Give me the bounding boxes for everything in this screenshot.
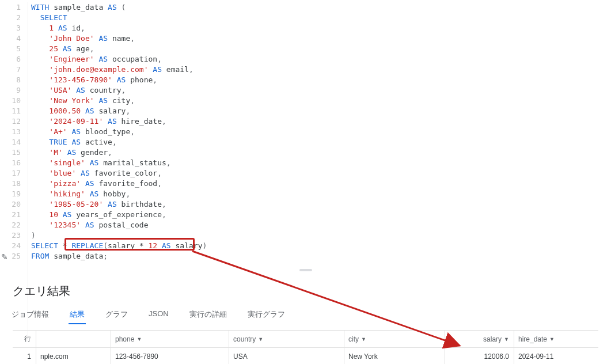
code-editor[interactable]: 1234567891011121314151617181920212223242… bbox=[0, 0, 611, 264]
edit-icon[interactable]: ✎ bbox=[1, 252, 8, 261]
column-header-country[interactable]: country▼ bbox=[229, 331, 344, 348]
column-header-blank[interactable] bbox=[36, 331, 111, 348]
tab-3[interactable]: JSON bbox=[147, 307, 170, 324]
cell-row-index: 1 bbox=[13, 348, 36, 365]
table-row[interactable]: 1 nple.com 123-456-7890 USA New York 120… bbox=[13, 348, 598, 365]
column-header-salary[interactable]: salary▼ bbox=[445, 331, 514, 348]
results-table: 行 phone▼ country▼ city▼ salary▼ hire_dat… bbox=[13, 330, 598, 364]
column-header-city[interactable]: city▼ bbox=[344, 331, 445, 348]
column-header-phone[interactable]: phone▼ bbox=[111, 331, 229, 348]
sort-icon[interactable]: ▼ bbox=[136, 336, 142, 342]
cell-overflow: nple.com bbox=[36, 348, 111, 365]
results-title: クエリ結果 bbox=[13, 283, 598, 299]
sort-icon[interactable]: ▼ bbox=[504, 336, 509, 342]
tab-5[interactable]: 実行グラフ bbox=[246, 307, 286, 324]
results-panel: クエリ結果 ジョブ情報結果グラフJSON実行の詳細実行グラフ 行 phone▼ … bbox=[0, 279, 611, 364]
cell-phone: 123-456-7890 bbox=[111, 348, 229, 365]
column-header-country-label: country bbox=[233, 335, 256, 343]
column-header-hire-date-label: hire_date bbox=[518, 335, 547, 343]
sort-icon[interactable]: ▼ bbox=[258, 336, 263, 342]
cell-salary: 12006.0 bbox=[445, 348, 514, 365]
cell-city: New York bbox=[344, 348, 445, 365]
tab-1[interactable]: 結果 bbox=[69, 307, 86, 324]
code-content[interactable]: WITH sample_data AS ( SELECT 1 AS id, 'J… bbox=[25, 0, 207, 264]
results-tabs: ジョブ情報結果グラフJSON実行の詳細実行グラフ bbox=[10, 307, 598, 324]
line-number-gutter: 1234567891011121314151617181920212223242… bbox=[0, 0, 25, 264]
column-header-row[interactable]: 行 bbox=[13, 331, 36, 348]
cell-country: USA bbox=[229, 348, 344, 365]
panel-drag-handle[interactable] bbox=[299, 269, 312, 271]
tab-2[interactable]: グラフ bbox=[104, 307, 129, 324]
tab-4[interactable]: 実行の詳細 bbox=[188, 307, 228, 324]
cell-hire-date: 2024-09-11 bbox=[514, 348, 598, 365]
tab-0[interactable]: ジョブ情報 bbox=[10, 307, 50, 324]
column-header-salary-label: salary bbox=[483, 335, 502, 343]
column-header-phone-label: phone bbox=[115, 335, 134, 343]
column-header-city-label: city bbox=[348, 335, 359, 343]
column-header-hire-date[interactable]: hire_date▼ bbox=[514, 331, 598, 348]
sort-icon[interactable]: ▼ bbox=[361, 336, 366, 342]
sort-icon[interactable]: ▼ bbox=[549, 336, 555, 342]
